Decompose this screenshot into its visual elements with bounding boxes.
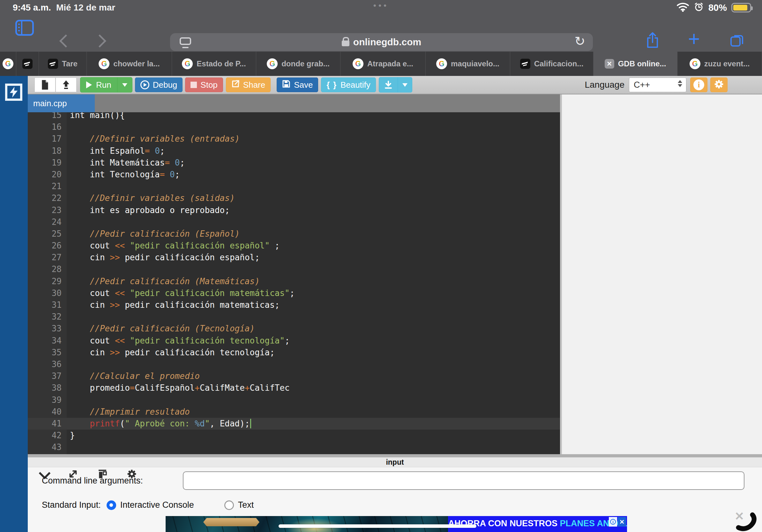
browser-tab-chowder-la[interactable]: Gchowder la... <box>87 52 172 76</box>
run-options-caret[interactable] <box>117 78 132 92</box>
code-line-23[interactable]: 23 int es aprobado o reprobado; <box>28 204 560 216</box>
share-icon <box>231 80 240 90</box>
google-favicon: G <box>99 58 110 69</box>
code-line-24[interactable]: 24 <box>28 216 560 228</box>
code-text: cout << "pedir calificación tecnología"; <box>67 335 290 347</box>
save-button[interactable]: Save <box>277 78 318 92</box>
line-number: 33 <box>28 323 67 335</box>
share-export-icon[interactable] <box>645 31 660 50</box>
tab-title: Calificacion... <box>534 59 584 68</box>
code-line-41[interactable]: 41 printf(" Aprobé con: %d", Edad); <box>28 418 560 430</box>
tab-close-icon[interactable]: ✕ <box>605 59 614 69</box>
code-line-21[interactable]: 21 <box>28 180 560 192</box>
language-select[interactable]: C++ <box>629 78 686 92</box>
forward-icon[interactable] <box>93 34 106 47</box>
line-number: 18 <box>28 145 67 157</box>
status-bar: 9:45 a.m. Mié 12 de mar ••• 80% <box>0 0 762 15</box>
ad-banner[interactable]: HBOORIGINAL AHORRA CON NUESTROS PLANES A… <box>166 516 627 532</box>
tab-title: donde grab... <box>281 59 330 68</box>
back-icon[interactable] <box>59 34 72 47</box>
code-line-33[interactable]: 33 //Pedir calificación (Tecnología) <box>28 323 560 335</box>
radio-text[interactable] <box>224 500 234 510</box>
home-indicator[interactable] <box>278 524 476 528</box>
file-tab-main-cpp[interactable]: main.cpp <box>28 95 95 112</box>
page-settings-icon[interactable] <box>180 37 191 45</box>
code-line-19[interactable]: 19 int Matemáticas= 0; <box>28 157 560 169</box>
code-line-20[interactable]: 20 int Tecnología= 0; <box>28 169 560 180</box>
code-line-40[interactable]: 40 //Imprimir resultado <box>28 406 560 418</box>
code-line-17[interactable]: 17 //Definir variables (entradas) <box>28 133 560 145</box>
reload-icon[interactable]: ↻ <box>574 34 585 48</box>
line-number: 28 <box>28 263 67 275</box>
code-line-30[interactable]: 30 cout << "pedir calificación matemátic… <box>28 287 560 299</box>
radio-interactive-console[interactable] <box>107 500 116 510</box>
code-line-43[interactable]: 43 <box>28 441 560 453</box>
code-line-22[interactable]: 22 //Definir variables (salidas) <box>28 192 560 204</box>
download-button[interactable] <box>379 77 412 93</box>
settings-button[interactable] <box>710 78 727 92</box>
code-line-35[interactable]: 35 cin >> pedir calificación tecnología; <box>28 347 560 359</box>
multitask-handle[interactable]: ••• <box>373 1 389 11</box>
line-number: 30 <box>28 287 67 299</box>
browser-tab-gdb-online[interactable]: ✕GDB online... <box>593 52 677 76</box>
stop-button[interactable]: Stop <box>185 78 223 92</box>
panel-divider[interactable] <box>28 454 762 457</box>
adchoices-icon[interactable]: i <box>609 517 617 527</box>
code-line-37[interactable]: 37 //Calcular el promedio <box>28 370 560 382</box>
tab-overview-icon[interactable] <box>729 33 745 49</box>
radio-interactive-label: Interactive Console <box>120 500 194 510</box>
code-text: printf(" Aprobé con: %d", Edad); <box>67 418 251 430</box>
beautify-button[interactable]: { } Beautify <box>321 78 376 92</box>
gdb-toolbar: Run Debug Stop Share Save { } Beautify <box>28 76 762 95</box>
code-line-16[interactable]: 16 <box>28 121 560 133</box>
line-number: 23 <box>28 204 67 216</box>
line-number: 29 <box>28 276 67 287</box>
browser-tab-estado-de-p[interactable]: GEstado de P... <box>172 52 256 76</box>
line-number: 27 <box>28 252 67 263</box>
code-line-28[interactable]: 28 <box>28 263 560 275</box>
browser-tab-zuzu-event[interactable]: Gzuzu event... <box>677 52 762 76</box>
upload-button[interactable] <box>55 78 77 92</box>
code-line-26[interactable]: 26 cout << "pedir calificación español" … <box>28 240 560 252</box>
code-text: //Pedir calificación (Tecnología) <box>67 323 255 335</box>
ad-artwork[interactable]: HBOORIGINAL <box>166 516 448 532</box>
code-line-29[interactable]: 29 //Pedir calificación (Matemáticas) <box>28 276 560 287</box>
code-editor[interactable]: 15int main(){1617 //Definir variables (e… <box>28 112 560 454</box>
browser-tab-tare[interactable]: Tare <box>39 52 87 76</box>
debug-icon <box>140 80 149 89</box>
code-line-25[interactable]: 25 //Pedir calificación (Español) <box>28 228 560 240</box>
sidebar-toggle-icon[interactable] <box>15 20 34 36</box>
line-number: 15 <box>28 112 67 121</box>
code-line-38[interactable]: 38 promedio=CalifEspañol+CalifMate+Calif… <box>28 382 560 394</box>
code-line-42[interactable]: 42} <box>28 430 560 441</box>
new-tab-icon[interactable]: + <box>688 29 700 49</box>
browser-tab-maquiavelo[interactable]: Gmaquiavelo... <box>426 52 510 76</box>
address-bar[interactable]: onlinegdb.com ↻ <box>170 33 593 51</box>
code-line-34[interactable]: 34 cout << "pedir calificación tecnologí… <box>28 335 560 347</box>
info-button[interactable]: i <box>690 78 708 92</box>
code-line-31[interactable]: 31 cin >> pedir calificación matematicas… <box>28 299 560 311</box>
share-button[interactable]: Share <box>226 78 270 92</box>
code-line-32[interactable]: 32 <box>28 311 560 323</box>
debug-button[interactable]: Debug <box>135 78 183 92</box>
ad-close-icon[interactable]: ✕ <box>618 517 626 527</box>
code-text: //Definir variables (entradas) <box>67 133 240 145</box>
code-line-39[interactable]: 39 <box>28 394 560 406</box>
browser-tab-calificacion[interactable]: Calificacion... <box>510 52 593 76</box>
new-file-button[interactable] <box>35 78 55 92</box>
code-line-18[interactable]: 18 int Español= 0; <box>28 145 560 157</box>
code-line-27[interactable]: 27 cin >> pedir calificación español; <box>28 252 560 263</box>
code-line-15[interactable]: 15int main(){ <box>28 112 560 121</box>
run-button[interactable]: Run <box>80 77 132 93</box>
line-number: 36 <box>28 359 67 370</box>
gdb-logo-icon[interactable] <box>5 84 22 101</box>
ad-message[interactable]: AHORRA CON NUESTROS PLANES ANUAL 9.00 i … <box>448 516 627 532</box>
code-line-36[interactable]: 36 <box>28 359 560 370</box>
browser-tab-donde-grab[interactable]: Gdonde grab... <box>256 52 341 76</box>
browser-tab-atrapada-e[interactable]: GAtrapada e... <box>341 52 426 76</box>
browser-tab-1[interactable] <box>16 52 39 76</box>
browser-tab-0[interactable]: G <box>0 52 16 76</box>
download-options-caret[interactable] <box>398 78 412 92</box>
cmd-args-input[interactable] <box>183 471 744 490</box>
code-text <box>67 311 70 323</box>
